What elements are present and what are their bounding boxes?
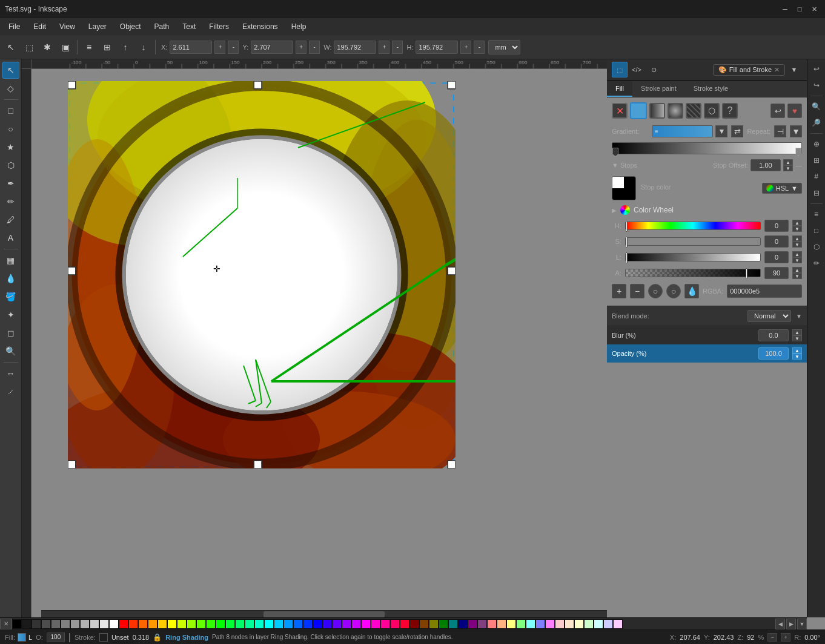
hsl-dropdown[interactable]: HSL ▼ — [762, 183, 802, 194]
tool-pen[interactable]: ✒ — [2, 175, 19, 192]
tool-gradient[interactable]: ▦ — [2, 252, 19, 269]
right-icon-grid[interactable]: # — [809, 169, 824, 184]
tab-fill[interactable]: Fill — [607, 81, 632, 97]
palette-no-color[interactable]: ✕ — [0, 619, 12, 629]
gradient-flip-btn[interactable]: ⇄ — [731, 125, 743, 137]
palette-color-swatch[interactable] — [545, 619, 555, 629]
zoom-minus-btn[interactable]: − — [767, 633, 777, 642]
palette-color-swatch[interactable] — [80, 619, 90, 629]
remove-stop-btn[interactable]: − — [630, 284, 644, 298]
status-opacity-input[interactable] — [47, 632, 65, 642]
toolbar-transform[interactable]: ⬚ — [21, 39, 38, 56]
palette-color-swatch[interactable] — [555, 619, 565, 629]
favorites-btn[interactable]: ♥ — [787, 104, 802, 118]
h-increment[interactable]: ▲ — [792, 220, 802, 226]
opacity-input[interactable] — [758, 347, 789, 360]
palette-color-swatch[interactable] — [245, 619, 254, 629]
blend-mode-select[interactable]: Normal Multiply Screen Overlay Darken Li… — [747, 310, 791, 322]
l-slider[interactable] — [625, 253, 761, 261]
coord-h-input[interactable] — [416, 41, 458, 54]
palette-color-swatch[interactable] — [254, 619, 264, 629]
palette-color-swatch[interactable] — [342, 619, 351, 629]
blur-input[interactable] — [758, 329, 789, 341]
panel-expand-btn[interactable]: ▼ — [786, 62, 802, 77]
toolbar-align[interactable]: ≡ — [81, 39, 98, 56]
right-icon-objects[interactable]: □ — [809, 223, 824, 238]
coord-h-minus[interactable]: - — [474, 41, 485, 54]
tool-eraser[interactable]: ◻ — [2, 324, 19, 341]
right-icon-snap[interactable]: ⊕ — [809, 137, 824, 151]
palette-color-swatch[interactable] — [31, 619, 41, 629]
tool-dropper[interactable]: 💧 — [2, 270, 19, 287]
toolbar-group[interactable]: ▣ — [57, 39, 74, 56]
s-decrement[interactable]: ▼ — [792, 242, 802, 248]
palette-color-swatch[interactable] — [196, 619, 206, 629]
coord-y-input[interactable] — [251, 41, 293, 54]
menu-edit[interactable]: Edit — [27, 20, 52, 33]
palette-color-swatch[interactable] — [400, 619, 409, 629]
undo-style-btn[interactable]: ↩ — [770, 104, 785, 118]
minimize-button[interactable]: ─ — [779, 4, 791, 15]
gradient-selector[interactable]: ≡ — [652, 125, 713, 137]
tool-zoom[interactable]: 🔍 — [2, 343, 19, 360]
right-icon-guides[interactable]: ⊟ — [809, 186, 824, 200]
palette-color-swatch[interactable] — [167, 619, 177, 629]
gradient-bar[interactable] — [612, 142, 802, 154]
palette-scroll-left[interactable]: ◀ — [775, 619, 785, 629]
palette-color-swatch[interactable] — [332, 619, 342, 629]
coord-w-input[interactable] — [334, 41, 376, 54]
zoom-plus-btn[interactable]: + — [781, 633, 790, 642]
l-decrement[interactable]: ▼ — [792, 257, 802, 263]
stop-offset-down[interactable]: ▼ — [783, 165, 793, 171]
tool-3d[interactable]: ⬡ — [2, 157, 19, 174]
gradient-options-btn[interactable]: ▼ — [715, 125, 727, 137]
palette-color-swatch[interactable] — [22, 619, 31, 629]
palette-color-swatch[interactable] — [371, 619, 380, 629]
palette-color-swatch[interactable] — [177, 619, 187, 629]
coord-w-minus[interactable]: - — [392, 41, 403, 54]
xml-editor-btn[interactable]: </> — [629, 62, 644, 77]
tool-select[interactable]: ↖ — [2, 62, 19, 79]
palette-color-swatch[interactable] — [419, 619, 429, 629]
tool-pencil[interactable]: ✏ — [2, 193, 19, 210]
palette-color-swatch[interactable] — [468, 619, 477, 629]
palette-color-swatch[interactable] — [283, 619, 293, 629]
right-icon-zoom-out[interactable]: 🔎 — [809, 116, 824, 130]
coord-y-minus[interactable]: - — [309, 41, 320, 54]
color-flat-btn[interactable] — [630, 102, 647, 119]
rgba-input[interactable] — [727, 284, 802, 298]
palette-color-swatch[interactable] — [584, 619, 594, 629]
h-decrement[interactable]: ▼ — [792, 226, 802, 232]
palette-color-swatch[interactable] — [477, 619, 487, 629]
palette-menu[interactable]: ▼ — [797, 619, 807, 629]
stop-color-preview[interactable] — [612, 176, 636, 200]
h-slider[interactable] — [625, 222, 761, 230]
palette-color-swatch[interactable] — [594, 619, 603, 629]
tool-spray[interactable]: ✦ — [2, 306, 19, 323]
color-wheel-row[interactable]: ▶ Color Wheel — [612, 205, 802, 215]
palette-color-swatch[interactable] — [90, 619, 99, 629]
palette-color-swatch[interactable] — [409, 619, 419, 629]
objects-panel-btn[interactable]: ⬚ — [612, 62, 628, 77]
coord-x-plus[interactable]: + — [214, 41, 225, 54]
blur-increment[interactable]: ▲ — [792, 329, 802, 335]
palette-color-swatch[interactable] — [361, 619, 371, 629]
palette-color-swatch[interactable] — [225, 619, 235, 629]
opacity-increment[interactable]: ▲ — [792, 347, 802, 353]
palette-color-swatch[interactable] — [448, 619, 458, 629]
toolbar-raise[interactable]: ↑ — [117, 39, 134, 56]
symbols-btn[interactable]: ⊙ — [646, 62, 661, 77]
palette-color-swatch[interactable] — [61, 619, 70, 629]
palette-color-swatch[interactable] — [99, 619, 109, 629]
palette-color-swatch[interactable] — [148, 619, 157, 629]
h-slider-thumb[interactable] — [626, 221, 628, 232]
fill-stroke-close[interactable]: ✕ — [774, 66, 780, 74]
color-circle-2[interactable]: ○ — [666, 284, 681, 298]
toolbar-distribute[interactable]: ⊞ — [99, 39, 116, 56]
right-icon-zoom-in[interactable]: 🔍 — [809, 99, 824, 114]
tab-stroke-paint[interactable]: Stroke paint — [632, 81, 685, 97]
h-value-input[interactable] — [764, 220, 789, 232]
canvas-scrollbar-thumb[interactable] — [263, 611, 385, 617]
status-stroke-box[interactable] — [99, 633, 108, 642]
fill-stroke-tab[interactable]: 🎨 Fill and Stroke ✕ — [713, 64, 785, 76]
